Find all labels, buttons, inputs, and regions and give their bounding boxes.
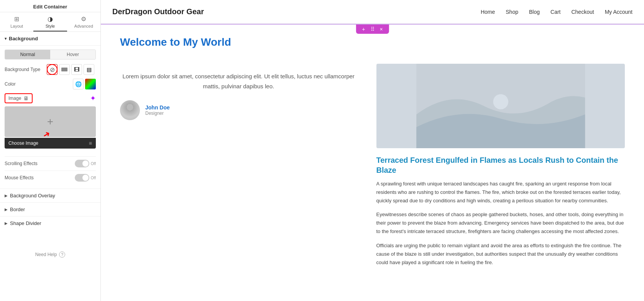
advanced-icon: ⚙: [81, 15, 86, 23]
state-tab-hover[interactable]: Hover: [50, 50, 95, 59]
nav-cart[interactable]: Cart: [550, 9, 560, 15]
need-help-row[interactable]: Need Help ?: [0, 245, 100, 264]
main-area: + ⠿ × Welcome to My World Lorem ipsum do…: [101, 24, 644, 301]
site-title: DerDragon Outdoor Gear: [112, 7, 204, 16]
left-column: Lorem ipsum dolor sit amet, consectetur …: [120, 64, 373, 272]
article-para-3: Officials are urging the public to remai…: [376, 241, 625, 267]
panel-tabs: ⊞ Layout ◑ Style ⚙ Advanced: [0, 12, 100, 32]
bg-type-label: Background Type: [5, 67, 47, 72]
color-label: Color: [5, 81, 47, 87]
bg-type-controls: ⊘ 🎞 ▤: [47, 64, 94, 75]
color-controls: 🌐: [73, 79, 96, 89]
help-icon: ?: [59, 251, 65, 258]
nav-links: Home Shop Blog Cart Checkout My Account: [481, 9, 632, 15]
panel-title: Edit Container: [0, 0, 100, 12]
tab-advanced-label: Advanced: [74, 24, 93, 28]
border-section[interactable]: ▶ Border: [0, 202, 100, 216]
bg-type-image-btn[interactable]: 🎞: [71, 64, 82, 75]
shape-divider-label: Shape Divider: [10, 220, 41, 226]
nav-checkout[interactable]: Checkout: [571, 9, 594, 15]
author-row: John Doe Designer: [120, 100, 357, 120]
close-container-button[interactable]: ×: [378, 26, 384, 32]
drag-handle-button[interactable]: ⠿: [369, 26, 376, 32]
avatar: [120, 100, 140, 120]
image-row: Image 🖥 ✦: [5, 93, 96, 103]
welcome-title: Welcome to My World: [120, 36, 625, 48]
top-nav: DerDragon Outdoor Gear Home Shop Blog Ca…: [101, 0, 644, 24]
nav-blog[interactable]: Blog: [529, 9, 540, 15]
nav-my-account[interactable]: My Account: [605, 9, 632, 15]
scrolling-effects-toggle[interactable]: [75, 160, 89, 167]
article-para-1: A sprawling forest with unique terraced …: [376, 180, 625, 205]
background-section-label: Background: [9, 36, 38, 41]
tab-advanced[interactable]: ⚙ Advanced: [67, 12, 100, 31]
shape-divider-section[interactable]: ▶ Shape Divider: [0, 216, 100, 230]
left-panel: Edit Container ⊞ Layout ◑ Style ⚙ Advanc…: [0, 0, 101, 301]
color-global-btn[interactable]: 🌐: [73, 79, 84, 89]
tab-style[interactable]: ◑ Style: [33, 12, 67, 31]
tab-layout[interactable]: ⊞ Layout: [0, 12, 33, 31]
border-arrow-icon: ▶: [5, 207, 8, 212]
background-section-content: Normal Hover Background Type ⊘ 🎞 ▤: [0, 46, 100, 189]
bg-type-color-icon: [61, 68, 67, 71]
background-section-header[interactable]: ▾ Background: [0, 32, 100, 46]
mouse-effects-row: Mouse Effects Off: [5, 170, 96, 185]
color-picker-btn[interactable]: [85, 79, 96, 89]
bg-type-color-btn[interactable]: [59, 64, 70, 75]
upload-plus-icon: +: [47, 116, 53, 128]
article-para-2: Eyewitnesses describe scenes of chaos as…: [376, 210, 625, 236]
svg-point-1: [493, 94, 508, 109]
scrolling-effects-value: Off: [91, 162, 96, 166]
overlay-arrow-icon: ▶: [5, 194, 8, 198]
content-grid: Lorem ipsum dolor sit amet, consectetur …: [101, 64, 644, 272]
avatar-image: [120, 100, 140, 120]
mouse-effects-label: Mouse Effects: [5, 175, 75, 180]
scrolling-effects-label: Scrolling Effects: [5, 161, 75, 166]
image-label-text: Image: [8, 96, 21, 101]
overlay-label: Background Overlay: [10, 193, 55, 198]
image-label-box[interactable]: Image 🖥: [5, 93, 33, 103]
layout-icon: ⊞: [14, 15, 19, 23]
tab-layout-label: Layout: [10, 24, 23, 28]
background-overlay-section[interactable]: ▶ Background Overlay: [0, 189, 100, 202]
border-label: Border: [10, 207, 25, 212]
screen-icon: 🖥: [23, 95, 29, 101]
shape-divider-arrow-icon: ▶: [5, 221, 8, 225]
image-options-icon[interactable]: ✦: [90, 94, 96, 103]
bg-type-image-icon: 🎞: [74, 66, 79, 73]
state-tabs: Normal Hover: [5, 50, 96, 60]
article-title: Terraced Forest Engulfed in Flames as Lo…: [376, 155, 625, 175]
choose-image-bar[interactable]: Choose Image ≡ ➜: [5, 138, 96, 149]
mouse-effects-value: Off: [91, 176, 96, 180]
bg-type-gradient-btn[interactable]: ▤: [84, 64, 94, 75]
nav-home[interactable]: Home: [481, 9, 495, 15]
style-icon: ◑: [48, 15, 53, 23]
nav-shop[interactable]: Shop: [506, 9, 518, 15]
globe-icon: 🌐: [75, 81, 82, 87]
color-row: Color 🌐: [5, 79, 96, 89]
author-info: John Doe Designer: [145, 104, 170, 116]
bg-type-none-icon: ⊘: [50, 66, 55, 73]
author-role: Designer: [145, 111, 170, 116]
bg-type-row: Background Type ⊘ 🎞 ▤: [5, 64, 96, 75]
tab-style-label: Style: [46, 24, 55, 28]
state-tab-normal[interactable]: Normal: [5, 50, 50, 59]
image-upload-area[interactable]: +: [5, 106, 96, 137]
author-name: John Doe: [145, 104, 170, 111]
add-element-button[interactable]: +: [360, 26, 366, 32]
placeholder-svg: [376, 64, 625, 148]
container-toolbar: + ⠿ ×: [356, 25, 389, 34]
lorem-text: Lorem ipsum dolor sit amet, consectetur …: [120, 71, 357, 91]
background-arrow-icon: ▾: [5, 36, 7, 41]
choose-image-label: Choose Image: [8, 141, 89, 146]
mouse-effects-toggle[interactable]: [75, 174, 89, 182]
right-column: Terraced Forest Engulfed in Flames as Lo…: [373, 64, 625, 272]
article-image: [376, 64, 625, 148]
right-content: DerDragon Outdoor Gear Home Shop Blog Ca…: [101, 0, 644, 301]
list-icon: ≡: [89, 140, 92, 146]
need-help-label: Need Help: [35, 252, 57, 257]
scrolling-effects-row: Scrolling Effects Off: [5, 156, 96, 170]
bg-type-none-btn[interactable]: ⊘: [47, 64, 58, 75]
bg-type-gradient-icon: ▤: [87, 66, 92, 73]
